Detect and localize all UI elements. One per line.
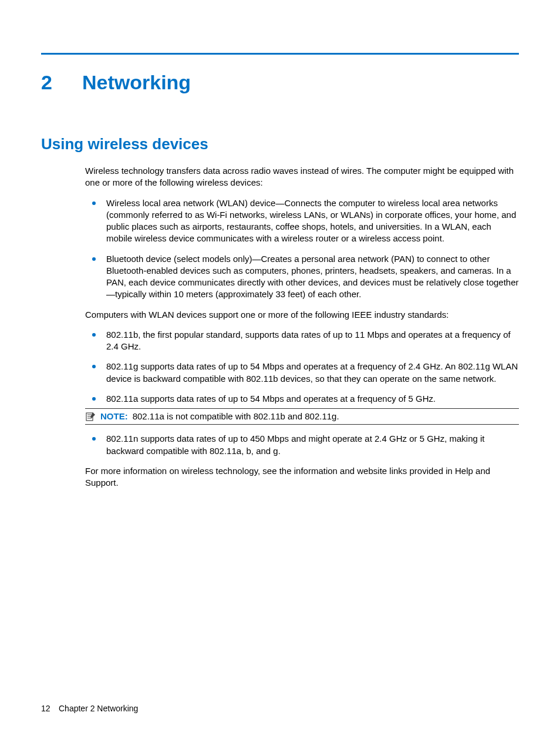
note-icon: [85, 412, 96, 421]
chapter-heading: 2Networking: [41, 71, 519, 94]
closing-paragraph: For more information on wireless technol…: [85, 465, 519, 489]
chapter-title: Networking: [82, 71, 191, 93]
list-item: Wireless local area network (WLAN) devic…: [85, 197, 519, 245]
body-content: Wireless technology transfers data acros…: [85, 165, 519, 489]
devices-list: Wireless local area network (WLAN) devic…: [85, 197, 519, 301]
list-item: 802.11a supports data rates of up to 54 …: [85, 393, 519, 425]
section-heading: Using wireless devices: [41, 135, 519, 153]
standard-text: 802.11a supports data rates of up to 54 …: [106, 394, 436, 404]
list-item: 802.11b, the first popular standard, sup…: [85, 329, 519, 353]
note-text: 802.11a is not compatible with 802.11b a…: [133, 411, 339, 422]
note-label: NOTE:: [100, 411, 128, 422]
list-item: 802.11n supports data rates of up to 450…: [85, 433, 519, 457]
intro-paragraph: Wireless technology transfers data acros…: [85, 165, 519, 189]
list-item: Bluetooth device (select models only)—Cr…: [85, 253, 519, 301]
chapter-number: 2: [41, 71, 82, 94]
standards-list: 802.11b, the first popular standard, sup…: [85, 329, 519, 457]
page-number: 12: [41, 704, 59, 713]
note-box: NOTE: 802.11a is not compatible with 802…: [85, 408, 519, 425]
top-rule: [41, 53, 519, 55]
list-item: 802.11g supports data rates of up to 54 …: [85, 361, 519, 385]
page-footer: 12Chapter 2 Networking: [41, 704, 138, 713]
standards-intro: Computers with WLAN devices support one …: [85, 309, 519, 321]
footer-chapter: Chapter 2 Networking: [59, 704, 138, 713]
